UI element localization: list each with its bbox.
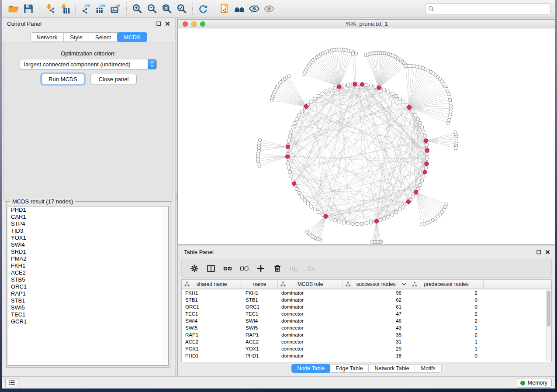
graph-hub-node[interactable] [425, 148, 429, 152]
save-session-icon[interactable] [21, 2, 36, 16]
graph-node[interactable] [426, 157, 429, 161]
settings-gear-icon[interactable] [190, 264, 199, 273]
graph-node[interactable] [394, 210, 398, 214]
graph-node[interactable] [420, 223, 423, 226]
graph-node[interactable] [365, 222, 368, 225]
graph-node[interactable] [419, 183, 422, 187]
open-folder-icon[interactable] [6, 2, 21, 16]
mcds-result-item[interactable]: YOX1 [8, 234, 168, 241]
scrollbar-thumb[interactable] [547, 291, 550, 327]
graph-node[interactable] [422, 130, 426, 134]
graph-node[interactable] [354, 52, 358, 55]
tab-motifs[interactable]: Motifs [415, 364, 441, 372]
graph-node[interactable] [420, 179, 424, 182]
graph-node[interactable] [321, 92, 324, 95]
graph-node[interactable] [365, 83, 368, 86]
graph-node[interactable] [310, 100, 313, 103]
zoom-selected-icon[interactable] [174, 2, 189, 16]
graph-node[interactable] [346, 83, 350, 86]
mcds-result-item[interactable]: SRD1 [8, 248, 168, 255]
hide-graphics-details-icon[interactable] [247, 2, 262, 16]
mcds-result-item[interactable]: RAP1 [8, 290, 168, 297]
table-row[interactable]: STB1STB1dominator620 [182, 296, 551, 303]
graph-node[interactable] [329, 88, 332, 91]
graph-node[interactable] [300, 110, 304, 113]
mcds-result-item[interactable]: ORC1 [8, 283, 168, 290]
graph-node[interactable] [317, 210, 320, 214]
table-row[interactable]: ACE2ACE2connector311 [182, 338, 551, 345]
export-network-icon[interactable] [79, 2, 93, 16]
graph-node[interactable] [258, 138, 262, 142]
refresh-icon[interactable] [196, 2, 211, 16]
graph-node[interactable] [329, 217, 332, 220]
graph-node[interactable] [288, 134, 292, 138]
graph-node[interactable] [286, 162, 290, 165]
splitter-handle[interactable] [176, 194, 177, 201]
table-scrollbar[interactable] [546, 290, 551, 361]
column-header-MCDS-role[interactable]: MCDS role [278, 280, 343, 289]
zoom-fit-icon[interactable] [159, 2, 174, 16]
graph-node[interactable] [295, 117, 298, 121]
close-panel-button[interactable]: Close panel [90, 74, 137, 84]
tab-style[interactable]: Style [64, 33, 89, 41]
graph-node[interactable] [419, 121, 422, 125]
graph-node[interactable] [291, 126, 294, 129]
graph-hub-node[interactable] [424, 139, 428, 143]
graph-node[interactable] [398, 97, 401, 100]
graph-node[interactable] [402, 100, 405, 103]
float-table-panel-icon[interactable] [536, 250, 541, 254]
graph-node[interactable] [369, 84, 373, 87]
graph-hub-node[interactable] [353, 83, 357, 86]
graph-node[interactable] [446, 121, 450, 125]
column-header-shared-name[interactable]: shared name [182, 280, 242, 289]
graph-node[interactable] [369, 221, 373, 224]
mcds-result-item[interactable]: STB5 [8, 276, 168, 283]
graph-node[interactable] [287, 75, 291, 78]
graph-hub-node[interactable] [286, 155, 290, 158]
graph-hub-node[interactable] [406, 200, 410, 204]
export-image-icon[interactable] [108, 2, 123, 16]
graph-hub-node[interactable] [414, 190, 418, 194]
export-table-icon[interactable] [93, 2, 108, 16]
table-row[interactable]: SWI5SWI5connector431 [182, 324, 551, 331]
mcds-result-item[interactable]: PMA2 [8, 255, 168, 262]
mcds-result-item[interactable]: SWI4 [8, 241, 168, 248]
graph-node[interactable] [454, 147, 457, 150]
mcds-result-item[interactable]: STB1 [8, 297, 168, 304]
graph-node[interactable] [398, 208, 401, 211]
memory-button[interactable]: Memory [517, 378, 552, 388]
column-header-successor-nodes[interactable]: successor nodes [343, 280, 409, 289]
graph-node[interactable] [317, 94, 320, 98]
network-overview-icon[interactable] [232, 2, 247, 16]
mcds-result-item[interactable]: STP4 [8, 220, 168, 227]
search-input[interactable] [434, 4, 548, 14]
graph-node[interactable] [300, 195, 304, 198]
graph-node[interactable] [325, 90, 328, 93]
graph-node[interactable] [351, 222, 355, 226]
zoom-out-icon[interactable] [145, 2, 159, 16]
split-panel-icon[interactable] [206, 264, 216, 273]
table-row[interactable]: ORC1ORC1dominator610 [182, 303, 551, 310]
table-row[interactable]: PHD1PHD1dominator180 [182, 352, 551, 359]
graph-node[interactable] [423, 134, 427, 138]
graph-node[interactable] [391, 213, 394, 217]
graph-hub-node[interactable] [425, 162, 429, 166]
graph-node[interactable] [287, 166, 291, 169]
graph-node[interactable] [313, 208, 317, 211]
table-row[interactable]: TEC1TEC1connector472 [182, 310, 551, 317]
graph-node[interactable] [360, 222, 364, 226]
graph-node[interactable] [374, 85, 377, 89]
mcds-result-item[interactable]: FKH1 [8, 262, 168, 269]
graph-hub-node[interactable] [423, 170, 427, 174]
minimize-window-icon[interactable] [191, 21, 197, 27]
zoom-in-icon[interactable] [130, 2, 145, 16]
graph-node[interactable] [303, 199, 307, 202]
import-table-icon[interactable] [57, 2, 72, 16]
network-canvas[interactable] [178, 28, 555, 244]
run-mcds-button[interactable]: Run MCDS [42, 74, 84, 84]
mcds-result-item[interactable]: TEC1 [8, 311, 168, 318]
graph-node[interactable] [351, 52, 355, 56]
mcds-result-item[interactable]: TID3 [8, 227, 168, 234]
graph-hub-node[interactable] [377, 86, 381, 89]
graph-hub-node[interactable] [292, 182, 296, 186]
